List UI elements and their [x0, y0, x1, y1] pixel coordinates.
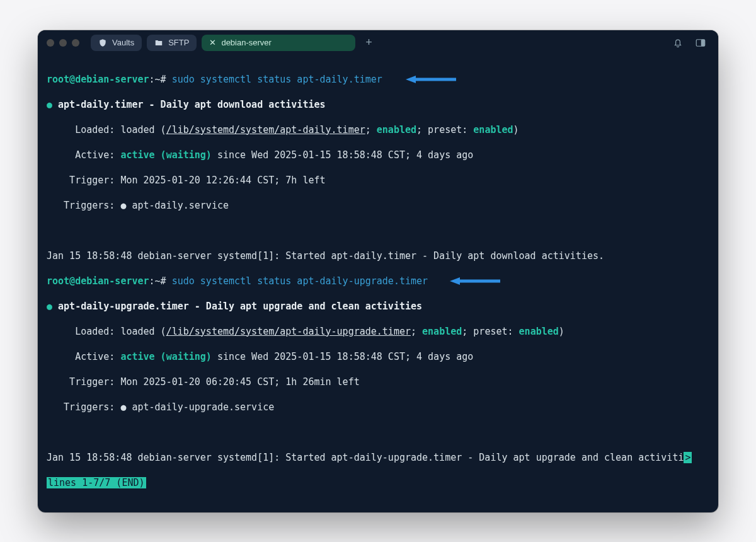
close-tab-icon[interactable]: ✕	[209, 38, 216, 47]
tab-label: Vaults	[112, 38, 134, 47]
new-tab-button[interactable]: +	[360, 35, 377, 51]
output-line: Triggers: ● apt-daily-upgrade.service	[47, 401, 709, 413]
svg-marker-2	[406, 76, 416, 83]
prompt-line-1: root@debian-server:~# sudo systemctl sta…	[47, 73, 709, 86]
minimize-window-dot[interactable]	[59, 39, 67, 47]
output-line: Loaded: loaded (/lib/systemd/system/apt-…	[47, 325, 709, 338]
output-line: Loaded: loaded (/lib/systemd/system/apt-…	[47, 124, 709, 136]
titlebar: Vaults SFTP ✕ debian-server +	[38, 30, 718, 55]
svg-rect-1	[701, 39, 705, 46]
terminal-output[interactable]: root@debian-server:~# sudo systemctl sta…	[38, 55, 718, 512]
tab-debian-server[interactable]: ✕ debian-server	[202, 35, 355, 51]
annotation-arrow-2	[450, 276, 500, 286]
zoom-window-dot[interactable]	[72, 39, 79, 47]
output-line: Active: active (waiting) since Wed 2025-…	[47, 149, 709, 161]
bell-icon	[672, 37, 684, 49]
panel-icon	[695, 37, 706, 49]
tab-sftp[interactable]: SFTP	[147, 35, 197, 51]
output-line: Trigger: Mon 2025-01-20 12:26:44 CST; 7h…	[47, 174, 709, 187]
tab-label: SFTP	[168, 38, 189, 47]
notifications-button[interactable]	[669, 34, 687, 52]
shield-icon	[98, 38, 107, 47]
output-line: Active: active (waiting) since Wed 2025-…	[47, 350, 709, 363]
terminal-window: Vaults SFTP ✕ debian-server + ro	[38, 30, 718, 512]
blank-line	[47, 224, 709, 237]
pager-status: lines 1-7/7 (END)	[47, 476, 709, 489]
prompt-line-2: root@debian-server:~# sudo systemctl sta…	[47, 275, 709, 287]
close-window-dot[interactable]	[47, 39, 54, 47]
window-controls[interactable]	[47, 39, 79, 47]
output-line: Jan 15 18:58:48 debian-server systemd[1]…	[47, 451, 709, 464]
output-line: ● apt-daily.timer - Daily apt download a…	[47, 98, 709, 111]
pager-overflow: >	[684, 452, 692, 463]
output-line: Jan 15 18:58:48 debian-server systemd[1]…	[47, 250, 709, 262]
tab-vaults[interactable]: Vaults	[91, 35, 142, 51]
tab-label: debian-server	[221, 38, 272, 47]
output-line: Trigger: Mon 2025-01-20 06:20:45 CST; 1h…	[47, 376, 709, 388]
output-line: ● apt-daily-upgrade.timer - Daily apt up…	[47, 300, 709, 313]
blank-line	[47, 426, 709, 439]
annotation-arrow-1	[406, 74, 456, 84]
output-line: Triggers: ● apt-daily.service	[47, 199, 709, 212]
folder-icon	[154, 38, 163, 47]
sidebar-toggle-button[interactable]	[692, 34, 709, 52]
svg-marker-3	[450, 277, 460, 285]
plus-icon: +	[365, 36, 372, 49]
